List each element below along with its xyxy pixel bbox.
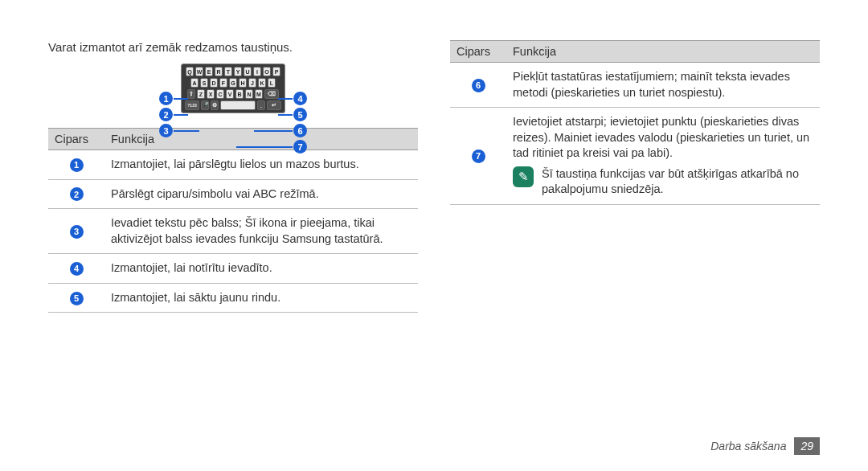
callout-5: 5 <box>293 108 307 121</box>
number-badge: 4 <box>70 262 84 276</box>
number-badge: 1 <box>70 158 84 172</box>
number-badge: 2 <box>70 187 84 201</box>
table-row: 2Pārslēgt ciparu/simbolu vai ABC režīmā. <box>48 179 418 209</box>
right-column: Cipars Funkcija 6Piekļūt tastatūras iest… <box>450 40 820 313</box>
col-header-num: Cipars <box>48 129 104 150</box>
row-func-cell: Piekļūt tastatūras iestatījumiem; mainīt… <box>506 63 820 108</box>
note-icon: ✎ <box>513 166 534 187</box>
table-row: 5Izmantojiet, lai sāktu jaunu rindu. <box>48 283 418 313</box>
row-func-cell: Ievietojiet atstarpi; ievietojiet punktu… <box>506 108 820 205</box>
page-footer: Darba sākšana 29 <box>710 437 820 455</box>
callout-7: 7 <box>293 140 307 154</box>
row-number-cell: 5 <box>48 283 104 313</box>
row-number-cell: 6 <box>450 63 506 108</box>
function-table-right: Cipars Funkcija 6Piekļūt tastatūras iest… <box>450 40 820 205</box>
function-table-left: Cipars Funkcija 1Izmantojiet, lai pārslē… <box>48 128 418 313</box>
row-func-cell: Izmantojiet, lai notīrītu ievadīto. <box>104 254 418 284</box>
keyboard-figure: QWERTYUIOP ASDFGHJKL ⇧ZXCVBNM⌫ ?123🎤⚙.↵ … <box>48 63 418 113</box>
table-row: 7Ievietojiet atstarpi; ievietojiet punkt… <box>450 108 820 205</box>
col-header-num: Cipars <box>450 41 506 63</box>
note-text: Šī taustiņa funkcijas var būt atšķirīgas… <box>542 166 813 198</box>
row-number-cell: 1 <box>48 150 104 180</box>
number-badge: 5 <box>70 292 84 305</box>
number-badge: 7 <box>472 149 485 163</box>
callout-4: 4 <box>293 92 307 105</box>
table-row: 1Izmantojiet, lai pārslēgtu lielos un ma… <box>48 150 418 180</box>
number-badge: 6 <box>472 79 485 92</box>
callout-6: 6 <box>293 124 307 137</box>
table-row: 4Izmantojiet, lai notīrītu ievadīto. <box>48 254 418 284</box>
row-number-cell: 4 <box>48 254 104 284</box>
intro-text: Varat izmantot arī zemāk redzamos tausti… <box>48 40 418 54</box>
row-func-cell: Izmantojiet, lai pārslēgtu lielos un maz… <box>104 150 418 180</box>
row-func-cell: Izmantojiet, lai sāktu jaunu rindu. <box>104 283 418 313</box>
row-number-cell: 7 <box>450 108 506 205</box>
row-func-cell: Pārslēgt ciparu/simbolu vai ABC režīmā. <box>104 179 418 209</box>
left-column: Varat izmantot arī zemāk redzamos tausti… <box>48 40 418 313</box>
row-number-cell: 3 <box>48 209 104 254</box>
footer-page-number: 29 <box>794 437 820 455</box>
table-row: 3Ievadiet tekstu pēc balss; Šī ikona ir … <box>48 209 418 254</box>
keyboard-illustration: QWERTYUIOP ASDFGHJKL ⇧ZXCVBNM⌫ ?123🎤⚙.↵ <box>181 63 285 113</box>
table-row: 6Piekļūt tastatūras iestatījumiem; mainī… <box>450 63 820 108</box>
row-func-cell: Ievadiet tekstu pēc balss; Šī ikona ir p… <box>104 209 418 254</box>
callout-2: 2 <box>159 108 173 121</box>
col-header-func: Funkcija <box>506 41 820 63</box>
row-number-cell: 2 <box>48 179 104 209</box>
callout-1: 1 <box>159 92 173 105</box>
number-badge: 3 <box>70 225 84 239</box>
footer-section: Darba sākšana <box>710 440 786 453</box>
callout-3: 3 <box>159 124 173 137</box>
